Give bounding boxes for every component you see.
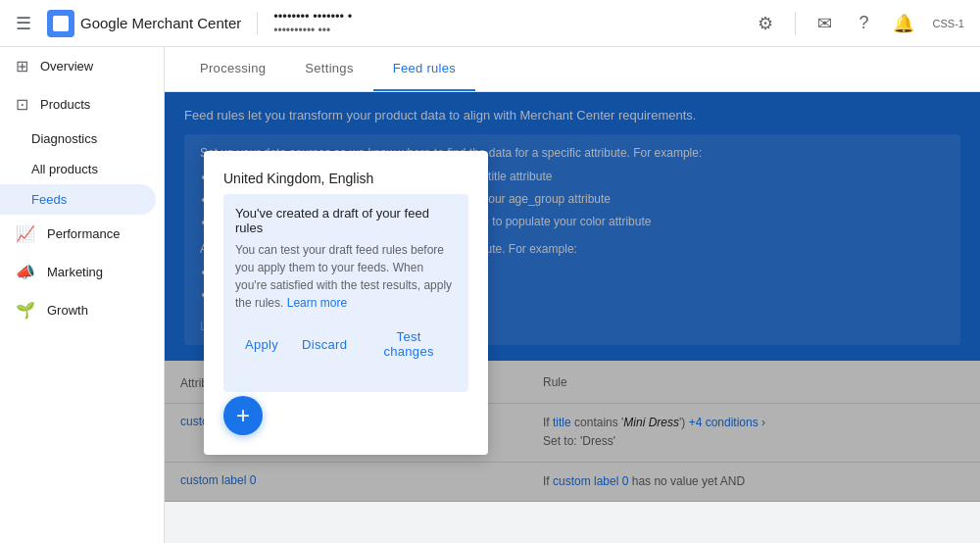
account-secondary: •••••••••• •••	[273, 24, 352, 37]
logo-inner	[53, 16, 69, 31]
sidebar-label-all-products: All products	[31, 162, 98, 176]
overview-icon: ⊞	[16, 57, 28, 75]
sidebar-label-products: Products	[40, 97, 90, 112]
notification-button[interactable]: 🔔	[886, 6, 921, 41]
sidebar-label-overview: Overview	[40, 59, 93, 74]
sidebar-item-marketing[interactable]: 📣 Marketing	[0, 253, 156, 291]
sidebar-item-feeds[interactable]: Feeds	[0, 184, 156, 215]
main-content: Processing Settings Feed rules Feed rule…	[165, 47, 980, 543]
sidebar-item-all-products[interactable]: All products	[0, 154, 156, 184]
content-wrapper: Feed rules let you transform your produc…	[165, 92, 980, 502]
sidebar-item-performance[interactable]: 📈 Performance	[0, 215, 156, 253]
growth-icon: 🌱	[16, 301, 35, 320]
tab-settings[interactable]: Settings	[285, 47, 372, 91]
tab-processing[interactable]: Processing	[180, 47, 285, 91]
account-primary: •••••••• ••••••• •	[273, 9, 352, 24]
sidebar-item-overview[interactable]: ⊞ Overview	[0, 47, 156, 85]
sidebar: ⊞ Overview ⊡ Products Diagnostics All pr…	[0, 47, 165, 543]
apply-button[interactable]: Apply	[235, 323, 288, 365]
modal-body-text: You've created a draft of your feed rule…	[235, 206, 457, 235]
tabs-bar: Processing Settings Feed rules	[165, 47, 980, 92]
modal-title: United Kingdom, English	[223, 171, 468, 186]
performance-icon: 📈	[16, 224, 35, 243]
sidebar-label-marketing: Marketing	[47, 265, 103, 279]
separator	[257, 12, 258, 35]
logo-container: Google Merchant Center	[47, 10, 241, 37]
separator-right	[795, 12, 796, 35]
sidebar-label-feeds: Feeds	[31, 192, 67, 207]
sidebar-label-growth: Growth	[47, 303, 88, 318]
top-bar-left: ☰ Google Merchant Center •••••••• ••••••…	[8, 5, 352, 42]
modal: United Kingdom, English You've created a…	[204, 151, 488, 455]
marketing-icon: 📣	[16, 263, 35, 281]
logo-icon	[47, 10, 74, 37]
sidebar-item-products[interactable]: ⊡ Products	[0, 85, 156, 123]
sidebar-item-diagnostics[interactable]: Diagnostics	[0, 123, 156, 154]
test-changes-button[interactable]: Test changes	[361, 323, 457, 365]
sidebar-label-performance: Performance	[47, 226, 120, 241]
sidebar-item-growth[interactable]: 🌱 Growth	[0, 291, 156, 329]
logo-text: Google Merchant Center	[80, 15, 241, 31]
discard-button[interactable]: Discard	[292, 323, 357, 365]
modal-learn-more[interactable]: Learn more	[287, 296, 347, 310]
sidebar-label-diagnostics: Diagnostics	[31, 131, 97, 146]
css-badge: CSS-1	[925, 18, 972, 29]
settings-button[interactable]: ⚙	[748, 6, 783, 41]
tab-feed-rules[interactable]: Feed rules	[373, 47, 475, 91]
modal-actions: Apply Discard Test changes	[235, 323, 457, 365]
products-icon: ⊡	[16, 95, 28, 114]
top-bar: ☰ Google Merchant Center •••••••• ••••••…	[0, 0, 980, 47]
mail-button[interactable]: ✉	[808, 6, 843, 41]
modal-overlay: United Kingdom, English You've created a…	[165, 92, 980, 502]
account-info: •••••••• ••••••• • •••••••••• •••	[273, 9, 352, 37]
modal-sub-text: You can test your draft feed rules befor…	[235, 241, 457, 312]
hamburger-icon[interactable]: ☰	[8, 5, 39, 42]
top-bar-right: ⚙ ✉ ? 🔔 CSS-1	[748, 6, 972, 41]
add-rule-button[interactable]: +	[223, 396, 263, 435]
help-button[interactable]: ?	[847, 6, 882, 41]
